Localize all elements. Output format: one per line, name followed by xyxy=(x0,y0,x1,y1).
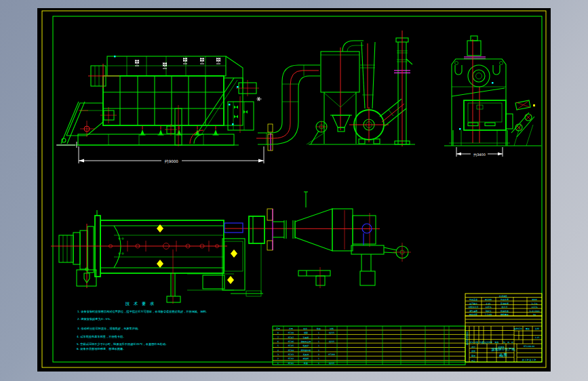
parts-list-cell: 3 xyxy=(277,353,279,356)
note-line: 5. 空载试运转不少于2小时，轴承温升不得超过35℃，各紧固件无松动。 xyxy=(77,342,168,346)
parts-list-cell: 旋风除尘器 xyxy=(301,340,311,343)
parts-list-cell: 1 xyxy=(277,362,279,365)
svg-text:生产能力: 生产能力 xyxy=(469,302,477,305)
revision-labels: 标记 处数 分区 更改文件号 签名 年、月、日 xyxy=(469,341,514,344)
dimension-crusher-overall: 约3400 xyxy=(456,147,503,157)
dim-crusher-text: 约3400 xyxy=(473,153,486,157)
svg-text:3~5%: 3~5% xyxy=(531,302,537,305)
svg-text:1:25: 1:25 xyxy=(535,336,540,339)
parts-list-cell: 8 xyxy=(277,332,279,334)
svg-text:3~8 r/min: 3~8 r/min xyxy=(529,310,539,313)
notes-header: 技 术 要 求 xyxy=(125,301,156,306)
technical-notes: 技 术 要 求 1. 设备安装时应按图示相对位置就位，找平找正后方可固定，各连接… xyxy=(77,301,209,350)
svg-text:工艺: 工艺 xyxy=(471,359,475,362)
svg-text:年、月、日: 年、月、日 xyxy=(503,341,513,344)
svg-text:物料初水分: 物料初水分 xyxy=(469,306,479,308)
parts-list-cell: 机架 xyxy=(304,362,308,365)
svg-text:kg: kg xyxy=(533,313,536,316)
svg-text:比例: 比例 xyxy=(535,327,539,330)
parts-list-cell: 引风机 xyxy=(303,336,309,339)
cad-viewport[interactable]: 约9000 约3400 xyxy=(0,0,588,381)
svg-text:材料: 材料 xyxy=(329,327,334,330)
drawing-title-line2: 总 图 xyxy=(499,353,507,357)
parts-list-cell: 1 xyxy=(318,362,319,365)
note-line: 6. 设备外表面涂防锈漆、面漆各两遍。 xyxy=(77,347,125,350)
parts-list-cell: 2 xyxy=(277,357,279,360)
parts-list-headers: 序号 代号 名称 数量 材料 xyxy=(276,327,334,330)
svg-text:筒体转速: 筒体转速 xyxy=(501,310,509,313)
parts-list-cell: 滚筒烘干机 xyxy=(301,349,311,352)
dryer-view xyxy=(51,192,411,304)
svg-text:4 t/h: 4 t/h xyxy=(486,302,491,305)
crusher-view xyxy=(444,36,541,146)
parts-list-cell: 7 xyxy=(277,336,279,339)
parts-list-cell: RT-04 xyxy=(288,349,294,352)
svg-text:安装斜度: 安装斜度 xyxy=(501,302,509,305)
svg-text:配套功率: 配套功率 xyxy=(469,313,477,316)
parts-list-cell: RT-07 xyxy=(288,336,294,339)
svg-text:进气温度: 进气温度 xyxy=(469,310,477,313)
dim-boiler-text: 约9000 xyxy=(164,159,178,164)
svg-text:数量: 数量 xyxy=(317,327,321,330)
svg-text:设计: 设计 xyxy=(471,346,475,348)
note-line: 1. 设备安装时应按图示相对位置就位，找平找正后方可固定，各连接管道应密封良好，… xyxy=(77,310,209,314)
parts-list-cell: 1 xyxy=(318,344,319,347)
parts-list-cell: Q235 xyxy=(329,332,334,334)
parts-list-cell: 6 xyxy=(277,340,279,343)
title-block: 通(借)用件登记 标记 处数 分区 更改文件号 签名 年、月、日 设计 校核 审… xyxy=(465,316,542,362)
svg-text:700℃: 700℃ xyxy=(485,310,492,313)
spec-header: 技术特性 xyxy=(499,295,507,298)
svg-text:≤45%: ≤45% xyxy=(485,306,491,308)
parts-list-cell: Q235 xyxy=(329,362,334,365)
parts-list-cell: 烟囱 xyxy=(304,332,308,334)
parts-list-cell: HT200 xyxy=(328,353,335,356)
cyclone-separator xyxy=(307,47,359,144)
boiler-view xyxy=(56,56,273,151)
svg-text:筒体直径: 筒体直径 xyxy=(469,298,477,301)
parts-list-hlines xyxy=(273,330,465,361)
svg-text:整机重量: 整机重量 xyxy=(501,313,509,316)
svg-text:校核: 校核 xyxy=(471,350,475,353)
parts-list-cell: RT-06 xyxy=(288,340,294,343)
parts-list-cell: 1 xyxy=(318,357,319,360)
parts-list-cell: 5 xyxy=(277,344,279,347)
stage-scale-labels: 阶段标记 重量 比例 1:25 xyxy=(514,327,539,339)
svg-text:终水分: 终水分 xyxy=(502,306,508,308)
note-line: 2. 滚筒安装斜度为3～5%。 xyxy=(77,317,113,321)
svg-text:标记: 标记 xyxy=(469,341,474,344)
parts-list-cell: 关风器 xyxy=(303,353,309,356)
svg-text:处数: 处数 xyxy=(474,341,479,344)
parts-list-cell: 减速机 xyxy=(303,357,309,360)
parts-list-cell: RT-01 xyxy=(288,362,294,365)
parts-list-cell: 4 xyxy=(277,349,279,352)
parts-list: 序号 代号 名称 数量 材料 8RT-08烟囱1Q2357RT-07引风机16R… xyxy=(273,326,465,365)
parts-list-cell: RT-05 xyxy=(288,344,294,347)
spec-table: 技术特性 筒体直径 Φ1200 筒体长度 9000 生产能力 4 t/h 安装斜… xyxy=(465,294,542,316)
svg-text:序号: 序号 xyxy=(276,327,280,330)
drawing-canvas[interactable]: 约9000 约3400 xyxy=(0,0,588,381)
parts-list-cell: 热风炉 xyxy=(303,344,309,347)
sheet-info: 共 1 张 第 1 张 xyxy=(522,359,536,361)
drawing-number: RT1200-00 xyxy=(524,345,534,348)
drawing-title-line1: 滚筒烘干生产线 xyxy=(492,347,515,352)
parts-list-cell: 1 xyxy=(318,349,319,352)
flue-duct xyxy=(256,65,320,145)
parts-list-cell: 1 xyxy=(318,336,319,339)
parts-list-rows: 8RT-08烟囱1Q2357RT-07引风机16RT-06旋风除尘器1Q2355… xyxy=(277,332,335,365)
register-label: 通(借)用件登记 xyxy=(466,332,469,345)
note-line: 4. 试车前应先盘车检查，不得有卡阻。 xyxy=(77,335,125,339)
svg-text:阶段标记: 阶段标记 xyxy=(514,327,522,330)
parts-list-cell: 1 xyxy=(318,340,319,343)
parts-list-cell: RT-02 xyxy=(288,357,294,360)
svg-text:审核: 审核 xyxy=(471,355,475,357)
svg-text:更改文件号: 更改文件号 xyxy=(482,341,492,344)
parts-list-cell: RT-03 xyxy=(288,353,294,356)
svg-text:≤13%: ≤13% xyxy=(531,306,537,308)
parts-list-cell: Q235 xyxy=(329,340,334,343)
note-line: 3. 传动部分应运转灵活，润滑良好，无异常声响。 xyxy=(77,327,140,331)
parts-list-cell: RT-08 xyxy=(288,332,294,334)
svg-text:9000: 9000 xyxy=(532,298,537,301)
svg-text:代号: 代号 xyxy=(289,327,293,330)
svg-text:Φ1200: Φ1200 xyxy=(485,298,492,301)
svg-text:名称: 名称 xyxy=(303,327,307,330)
